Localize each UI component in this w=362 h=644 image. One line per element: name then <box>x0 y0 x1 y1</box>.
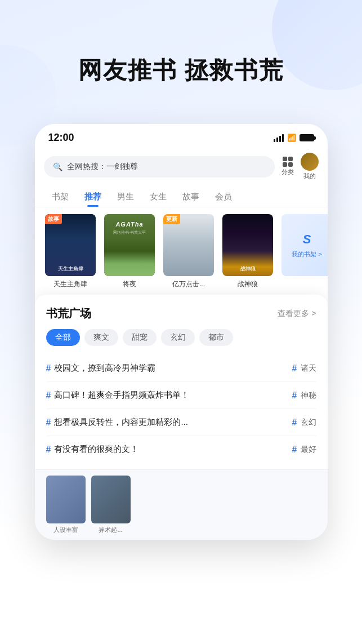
square-header: 书荒广场 查看更多 > <box>46 306 316 321</box>
search-row: 🔍 全网热搜：一剑独尊 分类 我的 <box>35 148 328 185</box>
topic-tag-1: 诸天 <box>301 363 316 374</box>
tab-female[interactable]: 女生 <box>142 187 175 207</box>
square-title: 书荒广场 <box>46 306 91 321</box>
hash-icon-1: # <box>46 363 51 374</box>
hash-icon-r1: # <box>292 363 297 374</box>
tab-story[interactable]: 故事 <box>175 187 207 207</box>
search-bar[interactable]: 🔍 全网热搜：一剑独尊 <box>44 156 275 177</box>
filter-fantasy[interactable]: 玄幻 <box>161 329 195 346</box>
book-overlay-4: 战神狼 <box>222 265 273 273</box>
top-right-icons: 分类 我的 <box>281 153 319 180</box>
book-title-1: 天生主角肆 <box>53 279 87 289</box>
topic-left-3: # 想看极具反转性，内容更加精彩的... <box>46 417 292 428</box>
book-badge-1: 故事 <box>45 214 62 224</box>
s-logo: S <box>303 232 311 247</box>
bookshelf-cover: S 我的书架 > <box>281 214 328 276</box>
topic-row-1[interactable]: # 校园文，撩到高冷男神学霸 # 诸天 <box>46 355 316 382</box>
bottom-book-2[interactable]: 异术起... <box>91 476 131 534</box>
topic-text-1: 校园文，撩到高冷男神学霸 <box>54 363 155 374</box>
topic-right-3: # 玄幻 <box>292 418 316 428</box>
bottom-book-title-2: 异术起... <box>99 526 122 534</box>
book-cover-4: 战神狼 <box>222 214 273 276</box>
category-button[interactable]: 分类 <box>281 157 294 176</box>
agatha-title: AGATha <box>104 221 155 228</box>
status-bar: 12:00 📶 <box>35 124 328 148</box>
topic-right-4: # 最好 <box>292 445 316 455</box>
topic-row-2[interactable]: # 高口碑！超爽金手指男频轰炸书单！ # 神秘 <box>46 382 316 409</box>
books-row: 故事 天生主角肆 天生主角肆 AGATha 网络推书·书荒大平 将夜 <box>44 214 319 289</box>
hash-icon-r3: # <box>292 418 297 428</box>
topic-left-2: # 高口碑！超爽金手指男频轰炸书单！ <box>46 390 292 401</box>
book-cover-1: 故事 天生主角肆 <box>45 214 96 276</box>
status-icons: 📶 <box>274 134 314 142</box>
topic-tag-3: 玄幻 <box>301 418 316 428</box>
filter-cool[interactable]: 爽文 <box>84 329 118 346</box>
hash-icon-r4: # <box>292 445 297 455</box>
book-cover-3: 更新 <box>163 214 214 276</box>
battery-icon <box>300 134 314 141</box>
book-title-3: 亿万点击... <box>172 279 205 289</box>
search-icon: 🔍 <box>53 162 62 171</box>
topic-text-4: 有没有看的很爽的文！ <box>54 444 138 455</box>
book-cover-2: AGATha 网络推书·书荒大平 <box>104 214 155 276</box>
agatha-sub: 网络推书·书荒大平 <box>108 230 151 235</box>
topic-row-3[interactable]: # 想看极具反转性，内容更加精彩的... # 玄幻 <box>46 409 316 436</box>
book-overlay-1: 天生主角肆 <box>45 265 96 273</box>
topic-tag-4: 最好 <box>301 445 316 455</box>
nav-tabs: 书架 推荐 男生 女生 故事 会员 <box>35 185 328 207</box>
bottom-books: 人设丰富 异术起... <box>35 469 328 540</box>
bottom-book-title-1: 人设丰富 <box>53 526 78 534</box>
bookshelf-card[interactable]: S 我的书架 > <box>280 214 328 276</box>
filter-tabs: 全部 爽文 甜宠 玄幻 都市 <box>46 329 316 346</box>
book-art-1: 故事 天生主角肆 <box>45 214 96 276</box>
book-art-agatha: AGATha 网络推书·书荒大平 <box>104 214 155 276</box>
hash-icon-4: # <box>46 445 51 455</box>
signal-icon <box>274 134 284 142</box>
avatar <box>301 153 319 171</box>
topic-right-1: # 诸天 <box>292 363 316 374</box>
topic-row-4[interactable]: # 有没有看的很爽的文！ # 最好 <box>46 436 316 463</box>
tab-recommend[interactable]: 推荐 <box>77 187 109 207</box>
book-title-2: 将夜 <box>123 279 136 289</box>
book-art-4: 战神狼 <box>222 214 273 276</box>
square-card: 书荒广场 查看更多 > 全部 爽文 甜宠 玄幻 都市 # 校园文，撩到高冷男神学… <box>35 295 328 540</box>
hash-icon-2: # <box>46 390 51 401</box>
wifi-icon: 📶 <box>287 134 296 142</box>
status-time: 12:00 <box>48 132 74 144</box>
filter-sweet[interactable]: 甜宠 <box>123 329 157 346</box>
category-label: 分类 <box>281 168 294 176</box>
book-title-4: 战神狼 <box>238 279 258 289</box>
topic-text-2: 高口碑！超爽金手指男频轰炸书单！ <box>54 390 189 401</box>
avatar-label: 我的 <box>303 172 316 180</box>
topic-text-3: 想看极具反转性，内容更加精彩的... <box>54 417 188 428</box>
book-art-3: 更新 <box>163 214 214 276</box>
tab-vip[interactable]: 会员 <box>207 187 240 207</box>
filter-all[interactable]: 全部 <box>46 329 80 346</box>
topic-tag-2: 神秘 <box>301 390 316 401</box>
topic-left-1: # 校园文，撩到高冷男神学霸 <box>46 363 292 374</box>
topic-list: # 校园文，撩到高冷男神学霸 # 诸天 # 高口碑！超爽金手指男频轰炸书单！ #… <box>46 355 316 463</box>
search-placeholder: 全网热搜：一剑独尊 <box>67 162 138 172</box>
tab-bookshelf[interactable]: 书架 <box>44 187 77 207</box>
bottom-book-cover-2 <box>91 476 131 523</box>
profile-button[interactable]: 我的 <box>301 153 319 180</box>
tab-male[interactable]: 男生 <box>109 187 142 207</box>
filter-urban[interactable]: 都市 <box>199 329 233 346</box>
bookshelf-label: 我的书架 > <box>292 250 321 259</box>
books-section: 故事 天生主角肆 天生主角肆 AGATha 网络推书·书荒大平 将夜 <box>35 207 328 296</box>
book-card-3[interactable]: 更新 亿万点击... <box>162 214 216 289</box>
topic-right-2: # 神秘 <box>292 390 316 401</box>
hero-title: 网友推书 拯救书荒 <box>0 56 362 85</box>
book-badge-3: 更新 <box>163 214 180 224</box>
book-card-1[interactable]: 故事 天生主角肆 天生主角肆 <box>44 214 97 289</box>
phone-mockup: 12:00 📶 🔍 全网热搜：一剑独尊 分类 我的 <box>35 124 328 540</box>
hash-icon-3: # <box>46 418 51 428</box>
square-more[interactable]: 查看更多 > <box>278 309 316 319</box>
book-card-4[interactable]: 战神狼 战神狼 <box>221 214 275 289</box>
bottom-book-cover-1 <box>46 476 86 523</box>
book-card-2[interactable]: AGATha 网络推书·书荒大平 将夜 <box>103 214 157 289</box>
topic-left-4: # 有没有看的很爽的文！ <box>46 444 292 455</box>
grid-icon <box>283 157 293 167</box>
hash-icon-r2: # <box>292 390 297 401</box>
bottom-book-1[interactable]: 人设丰富 <box>46 476 86 534</box>
